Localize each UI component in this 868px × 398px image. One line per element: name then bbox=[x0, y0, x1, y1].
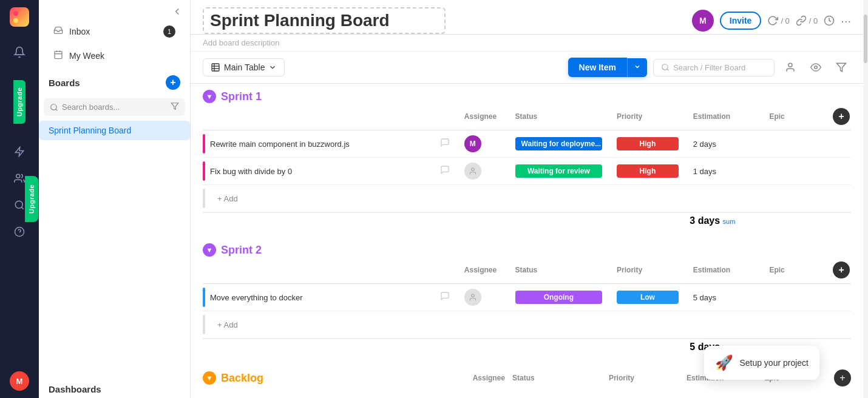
epic-cell bbox=[762, 158, 826, 185]
upgrade-button[interactable]: Upgrade bbox=[13, 80, 25, 124]
comment-icon[interactable] bbox=[440, 165, 450, 177]
sprint-1-header: ▼ Sprint 1 bbox=[203, 90, 851, 103]
assignee-avatar[interactable]: M bbox=[464, 135, 481, 152]
task-row[interactable]: Move everything to docker bbox=[203, 284, 851, 311]
sprint-2-collapse-button[interactable]: ▼ bbox=[203, 243, 216, 257]
add-column-button-backlog[interactable]: + bbox=[834, 369, 851, 386]
sidebar-item-sprint-planning-board[interactable]: Sprint Planning Board bbox=[39, 121, 190, 140]
priority-badge: Low bbox=[617, 291, 679, 304]
notifications-icon[interactable] bbox=[8, 41, 30, 63]
svg-point-1 bbox=[21, 11, 25, 16]
sprint-2-title[interactable]: Sprint 2 bbox=[221, 244, 262, 257]
app-logo bbox=[10, 7, 29, 27]
epic-cell bbox=[762, 284, 826, 311]
help-icon[interactable] bbox=[8, 221, 30, 243]
sprint-group-1: ▼ Sprint 1 Assignee Status Priority Esti… bbox=[203, 90, 851, 229]
sprint-2-header: ▼ Sprint 2 bbox=[203, 243, 851, 257]
svg-point-21 bbox=[662, 64, 668, 70]
epic-cell bbox=[762, 130, 826, 158]
boards-header: Boards + bbox=[49, 75, 180, 90]
header-actions: M Invite / 0 / 0 bbox=[692, 10, 851, 32]
estimation-cell: 2 days bbox=[686, 130, 762, 158]
bolt-icon[interactable] bbox=[8, 141, 30, 163]
new-item-button[interactable]: New Item bbox=[568, 58, 647, 77]
task-row[interactable]: Fix bug with divide by 0 bbox=[203, 158, 851, 185]
scrollbar-thumb[interactable] bbox=[864, 15, 867, 63]
integrations-action[interactable]: / 0 bbox=[796, 15, 818, 26]
add-board-button[interactable]: + bbox=[166, 75, 180, 90]
col-label-assignee: Assignee bbox=[473, 374, 505, 382]
filter-icon[interactable] bbox=[171, 102, 179, 112]
add-task-label[interactable]: + Add bbox=[210, 320, 238, 329]
sprint-1-table: Assignee Status Priority Estimation Epic… bbox=[203, 103, 851, 212]
filter-button[interactable] bbox=[832, 58, 851, 77]
task-name: Rewrite main component in buzzword.js bbox=[210, 140, 350, 149]
col-header-priority: Priority bbox=[609, 103, 686, 130]
person-filter-button[interactable] bbox=[781, 58, 800, 77]
setup-label: Setup your project bbox=[739, 358, 809, 368]
board-title-input[interactable] bbox=[203, 7, 446, 34]
main-content: M Invite / 0 / 0 bbox=[191, 0, 863, 398]
setup-popup[interactable]: 🚀 Setup your project bbox=[704, 346, 819, 380]
automations-action[interactable]: / 0 bbox=[767, 15, 789, 26]
add-task-label[interactable]: + Add bbox=[210, 194, 238, 203]
backlog-title[interactable]: Backlog bbox=[221, 372, 263, 385]
activities-action[interactable] bbox=[824, 15, 835, 26]
add-task-row-sprint2[interactable]: + Add bbox=[203, 311, 851, 339]
new-item-main-button[interactable]: New Item bbox=[568, 58, 627, 77]
header-avatar[interactable]: M bbox=[692, 10, 714, 32]
top-header: M Invite / 0 / 0 bbox=[191, 0, 863, 35]
svg-point-27 bbox=[471, 294, 474, 297]
sidebar-item-my-week[interactable]: My Week bbox=[44, 45, 185, 67]
task-bar bbox=[203, 288, 205, 307]
svg-point-26 bbox=[471, 168, 474, 171]
svg-line-6 bbox=[21, 207, 23, 209]
board-description[interactable]: Add board description bbox=[191, 35, 863, 52]
sidebar-item-inbox[interactable]: Inbox 1 bbox=[44, 21, 185, 42]
svg-marker-15 bbox=[171, 103, 178, 110]
invite-button[interactable]: Invite bbox=[720, 12, 762, 30]
status-badge: Ongoing bbox=[515, 291, 603, 304]
svg-line-22 bbox=[667, 69, 669, 71]
toolbar: Main Table New Item Search / Filter Boar… bbox=[191, 52, 863, 84]
sidebar-dashboards[interactable]: Dashboards bbox=[39, 377, 190, 398]
backlog-collapse-button[interactable]: ▼ bbox=[203, 371, 216, 385]
search-filter-icon bbox=[661, 63, 670, 72]
setup-icon: 🚀 bbox=[715, 354, 733, 371]
more-options-button[interactable]: ··· bbox=[841, 14, 851, 28]
user-avatar[interactable]: M bbox=[10, 371, 29, 391]
inbox-count: 1 bbox=[163, 25, 175, 38]
sprint-1-title[interactable]: Sprint 1 bbox=[221, 90, 262, 103]
assignee-avatar-empty[interactable] bbox=[464, 163, 481, 180]
task-bar-placeholder bbox=[203, 189, 205, 208]
sidebar-collapse-btn[interactable] bbox=[172, 6, 183, 19]
table-icon bbox=[211, 62, 220, 72]
search-boards-icon bbox=[50, 103, 58, 112]
svg-point-4 bbox=[16, 174, 20, 178]
new-item-dropdown-button[interactable] bbox=[627, 58, 647, 77]
person-filter-icon bbox=[785, 62, 796, 73]
add-column-button[interactable]: + bbox=[833, 108, 850, 125]
assignee-avatar-empty[interactable] bbox=[464, 289, 481, 306]
upgrade-button[interactable]: Upgrade bbox=[25, 176, 38, 222]
col-header-epic: Epic bbox=[762, 103, 826, 130]
comment-icon[interactable] bbox=[440, 138, 450, 150]
task-name: Fix bug with divide by 0 bbox=[210, 167, 292, 176]
calendar-icon bbox=[53, 50, 63, 62]
eye-filter-button[interactable] bbox=[806, 58, 826, 77]
svg-point-23 bbox=[788, 63, 792, 67]
view-selector[interactable]: Main Table bbox=[203, 58, 285, 76]
eye-icon bbox=[810, 62, 821, 73]
sprint-2-table: Assignee Status Priority Estimation Epic… bbox=[203, 257, 851, 339]
chevron-down-icon bbox=[268, 63, 277, 72]
sprint-group-2: ▼ Sprint 2 Assignee Status Priority Esti… bbox=[203, 243, 851, 355]
add-task-row-sprint1[interactable]: + Add bbox=[203, 185, 851, 212]
sprint-1-collapse-button[interactable]: ▼ bbox=[203, 90, 216, 103]
add-column-button-s2[interactable]: + bbox=[833, 261, 850, 278]
search-filter-input[interactable]: Search / Filter Board bbox=[653, 59, 775, 76]
task-row[interactable]: Rewrite main component in buzzword.js M bbox=[203, 130, 851, 158]
search-boards-input[interactable]: Search boards... bbox=[44, 98, 185, 116]
person-placeholder-icon bbox=[469, 167, 477, 175]
comment-icon[interactable] bbox=[440, 291, 450, 303]
task-bar bbox=[203, 134, 205, 153]
